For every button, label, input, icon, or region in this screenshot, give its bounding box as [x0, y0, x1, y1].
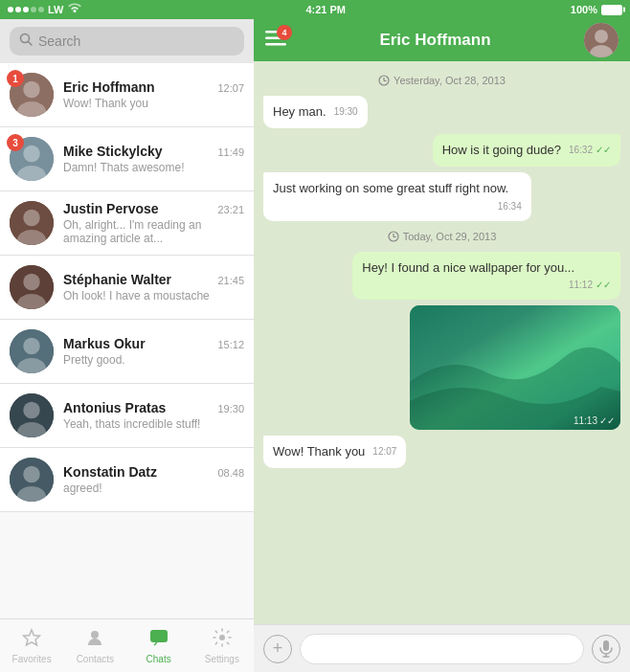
chat-name-row: Eric Hoffmann 12:07: [63, 79, 244, 95]
chat-name-row: Antonius Pratas 19:30: [63, 400, 244, 415]
search-icon: [19, 33, 33, 50]
mic-button[interactable]: [592, 635, 620, 663]
unread-badge: 1: [7, 70, 24, 87]
svg-line-1: [29, 42, 33, 46]
status-bar-left: LW: [8, 3, 81, 16]
avatar-wrap: [10, 393, 54, 437]
bubble-incoming: Wow! Thank you 12:07: [263, 436, 406, 468]
tab-chats[interactable]: Chats: [127, 628, 191, 664]
chat-name: Mike Stickylcky: [63, 144, 163, 159]
status-bar: LW 4:21 PM 100%: [0, 0, 630, 19]
message-row-incoming: Wow! Thank you 12:07: [263, 436, 620, 468]
chat-preview: Oh look! I have a moustache: [63, 289, 244, 302]
tab-favorites[interactable]: Favorites: [0, 628, 63, 664]
chat-header-title: Eric Hoffmann: [379, 31, 490, 50]
svg-point-18: [23, 402, 39, 418]
message-row-outgoing: How is it going dude? 16:32 ✓✓: [263, 134, 620, 167]
message-input[interactable]: [300, 634, 584, 664]
search-input-wrap[interactable]: Search: [10, 27, 244, 56]
chat-list: 1 Eric Hoffmann 12:07 Wow! Thank you 3: [0, 63, 254, 618]
right-panel: 4 Eric Hoffmann Yesterday, Oct 28, 2013: [254, 19, 630, 672]
svg-point-21: [23, 466, 39, 482]
avatar-wrap: [10, 458, 54, 502]
chat-item[interactable]: Konstatin Datz 08.48 agreed!: [0, 448, 254, 512]
bubble-outgoing: Hey! I found a nice wallpaper for you...…: [352, 252, 620, 300]
tab-label-contacts: Contacts: [77, 654, 114, 664]
time-display: 4:21 PM: [305, 4, 346, 15]
bubble-time: 11:12: [569, 279, 593, 292]
date-text: Today, Oct 29, 2013: [403, 231, 497, 242]
chat-info: Antonius Pratas 19:30 Yeah, thats incred…: [63, 400, 244, 431]
avatar: [10, 201, 54, 245]
message-row-incoming: Just working on some great stuff right n…: [263, 172, 620, 220]
dot3: [23, 7, 29, 12]
left-panel: Search 1 Eric Hoffmann 12:07 Wow! Thank …: [0, 19, 254, 672]
bubble-incoming: Hey man. 19:30: [263, 96, 368, 128]
chat-item[interactable]: 1 Eric Hoffmann 12:07 Wow! Thank you: [0, 63, 254, 127]
menu-button-wrap[interactable]: 4: [265, 31, 286, 50]
chat-name: Justin Pervose: [63, 201, 159, 216]
svg-point-26: [219, 635, 225, 640]
avatar: [10, 265, 54, 309]
dot5: [38, 7, 44, 12]
chat-name: Antonius Pratas: [63, 400, 166, 415]
chat-info: Markus Okur 15:12 Pretty good.: [63, 336, 244, 367]
svg-point-31: [595, 30, 608, 43]
chat-name-row: Markus Okur 15:12: [63, 336, 244, 351]
tab-settings[interactable]: Settings: [191, 628, 254, 664]
avatar-wrap: 3: [10, 137, 54, 181]
chat-time: 08.48: [217, 467, 244, 479]
chat-info: Justin Pervose 23:21 Oh, alright... I'm …: [63, 201, 244, 245]
image-meta: 11:13 ✓✓: [574, 415, 615, 426]
svg-point-9: [23, 210, 39, 226]
chat-preview: Oh, alright... I'm reading an amazing ar…: [63, 218, 244, 245]
tick-icon: ✓✓: [596, 144, 611, 157]
avatar: [10, 329, 54, 373]
chat-name-row: Konstatin Datz 08.48: [63, 464, 244, 480]
svg-rect-40: [603, 640, 609, 651]
carrier-label: LW: [48, 4, 64, 15]
bubble-time: 19:30: [334, 105, 358, 119]
chat-name: Markus Okur: [63, 336, 146, 351]
tab-icon-chats: [149, 628, 169, 652]
status-bar-right: 100%: [571, 4, 622, 15]
chat-time: 23:21: [217, 204, 244, 215]
chat-name-row: Mike Stickylcky 11:49: [63, 144, 244, 159]
chat-item[interactable]: Stéphanie Walter 21:45 Oh look! I have a…: [0, 256, 254, 320]
date-divider: Yesterday, Oct 28, 2013: [263, 75, 620, 86]
bubble-meta: 12:07: [372, 445, 396, 459]
tab-contacts[interactable]: Contacts: [63, 628, 126, 664]
tab-label-favorites: Favorites: [12, 654, 52, 664]
dot2: [15, 7, 21, 12]
chat-item[interactable]: Antonius Pratas 19:30 Yeah, thats incred…: [0, 384, 254, 448]
header-avatar[interactable]: [584, 23, 619, 57]
dot1: [8, 7, 13, 12]
chat-preview: Wow! Thank you: [63, 97, 244, 110]
add-attachment-button[interactable]: +: [263, 635, 292, 663]
tab-label-chats: Chats: [146, 654, 171, 664]
search-bar: Search: [0, 19, 254, 63]
chat-time: 12:07: [217, 82, 244, 94]
svg-point-12: [23, 274, 39, 290]
bubble-meta: 11:12 ✓✓: [569, 279, 611, 292]
main-container: Search 1 Eric Hoffmann 12:07 Wow! Thank …: [0, 19, 630, 672]
bubble-meta: 16:34: [498, 200, 522, 213]
messages-area: Yesterday, Oct 28, 2013 Hey man. 19:30 H…: [254, 61, 630, 624]
avatar-wrap: [10, 265, 54, 309]
svg-point-24: [91, 631, 99, 638]
chat-item[interactable]: Markus Okur 15:12 Pretty good.: [0, 320, 254, 384]
avatar-wrap: [10, 329, 54, 373]
battery-icon: [601, 5, 622, 15]
chat-item[interactable]: Justin Pervose 23:21 Oh, alright... I'm …: [0, 191, 254, 256]
menu-badge: 4: [277, 25, 292, 40]
signal-dots: [8, 7, 44, 12]
date-divider: Today, Oct 29, 2013: [263, 231, 620, 242]
image-time: 11:13: [574, 415, 597, 426]
chat-name-row: Justin Pervose 23:21: [63, 201, 244, 216]
chat-info: Mike Stickylcky 11:49 Damn! Thats awesom…: [63, 144, 244, 174]
bubble-meta: 16:32 ✓✓: [569, 144, 611, 157]
avatar-wrap: 1: [10, 73, 54, 117]
svg-rect-25: [150, 630, 168, 642]
unread-badge: 3: [7, 134, 24, 151]
chat-item[interactable]: 3 Mike Stickylcky 11:49 Damn! Thats awes…: [0, 127, 254, 191]
